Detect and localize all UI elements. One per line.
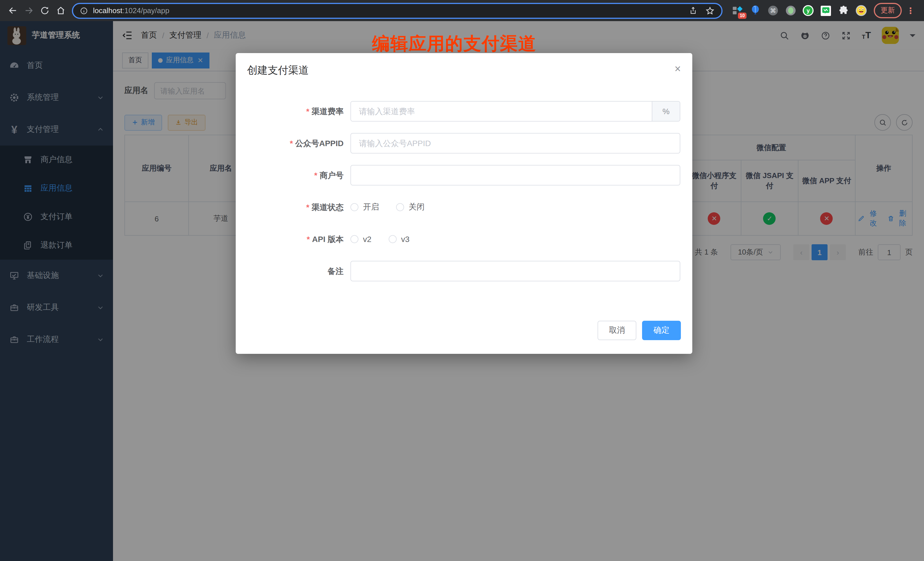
extension-workspace-icon[interactable]: 10 bbox=[732, 5, 743, 16]
extension-badge: 10 bbox=[738, 12, 747, 18]
radio-status-enable[interactable]: 开启 bbox=[350, 202, 379, 212]
bookmark-star-icon[interactable] bbox=[705, 6, 714, 15]
extension-chat-icon[interactable] bbox=[820, 5, 831, 16]
svg-text:y: y bbox=[806, 8, 810, 14]
close-icon[interactable]: × bbox=[675, 64, 681, 74]
radio-circle-icon bbox=[388, 235, 397, 243]
chrome-update-button[interactable]: 更新 bbox=[874, 3, 902, 18]
browser-toolbar: localhost:1024/pay/app 10 ⌘ bbox=[0, 0, 924, 21]
extensions-row: 10 ⌘ y bbox=[732, 5, 867, 16]
radio-api-v3[interactable]: v3 bbox=[388, 234, 410, 244]
field-label: 商户号 bbox=[236, 165, 350, 186]
field-label: 渠道费率 bbox=[236, 101, 350, 122]
radio-api-v2[interactable]: v2 bbox=[350, 234, 372, 244]
home-icon[interactable] bbox=[52, 3, 69, 18]
field-label: API 版本 bbox=[236, 229, 350, 249]
radio-status-disable[interactable]: 关闭 bbox=[396, 202, 424, 212]
create-channel-dialog: 创建支付渠道 × 渠道费率 % 公众号APPID bbox=[236, 53, 692, 354]
extension-command-icon[interactable]: ⌘ bbox=[767, 5, 778, 16]
reload-icon[interactable] bbox=[36, 3, 52, 18]
back-icon[interactable] bbox=[4, 3, 21, 18]
rate-suffix: % bbox=[652, 102, 680, 121]
form-row-rate: 渠道费率 % bbox=[236, 101, 692, 122]
annotation-text: 编辑应用的支付渠道 bbox=[372, 32, 537, 56]
browser-menu-icon[interactable]: ⋮ bbox=[906, 5, 915, 16]
field-label: 备注 bbox=[236, 261, 350, 281]
form-row-status: 渠道状态 开启 关闭 bbox=[236, 197, 692, 218]
app-viewport: 芋道管理系统 首页 系统管理 ¥ 支付管理 bbox=[0, 21, 924, 561]
field-label: 公众号APPID bbox=[236, 133, 350, 153]
form-row-merchant: 商户号 bbox=[236, 165, 692, 186]
forward-icon[interactable] bbox=[21, 3, 36, 18]
remark-input[interactable] bbox=[350, 261, 680, 281]
merchant-input[interactable] bbox=[350, 165, 680, 186]
svg-text:⌘: ⌘ bbox=[770, 8, 776, 14]
dialog-footer: 取消 确定 bbox=[597, 321, 681, 340]
dialog-body: 渠道费率 % 公众号APPID 商户号 bbox=[236, 77, 692, 281]
form-row-remark: 备注 bbox=[236, 261, 692, 281]
address-bar[interactable]: localhost:1024/pay/app bbox=[72, 3, 723, 18]
profile-avatar-icon[interactable] bbox=[855, 5, 867, 16]
field-label: 渠道状态 bbox=[236, 197, 350, 218]
form-row-api-version: API 版本 v2 v3 bbox=[236, 229, 692, 249]
cancel-button[interactable]: 取消 bbox=[597, 321, 636, 340]
extension-y-icon[interactable]: y bbox=[802, 5, 814, 16]
extension-balloon-icon[interactable] bbox=[749, 5, 761, 16]
dialog-header: 创建支付渠道 × bbox=[236, 53, 692, 77]
radio-circle-icon bbox=[350, 203, 358, 211]
radio-circle-icon bbox=[396, 203, 404, 211]
screen: localhost:1024/pay/app 10 ⌘ bbox=[0, 0, 924, 561]
site-info-icon[interactable] bbox=[80, 7, 88, 15]
extension-ring-icon[interactable] bbox=[785, 5, 796, 16]
share-icon[interactable] bbox=[689, 6, 698, 15]
url-text[interactable]: localhost:1024/pay/app bbox=[93, 6, 169, 15]
extensions-puzzle-icon[interactable] bbox=[838, 5, 849, 16]
appid-input[interactable] bbox=[350, 133, 680, 153]
confirm-button[interactable]: 确定 bbox=[642, 321, 681, 340]
radio-circle-icon bbox=[350, 235, 358, 243]
dialog-title: 创建支付渠道 bbox=[247, 63, 681, 77]
rate-input[interactable] bbox=[351, 102, 652, 121]
form-row-appid: 公众号APPID bbox=[236, 133, 692, 153]
